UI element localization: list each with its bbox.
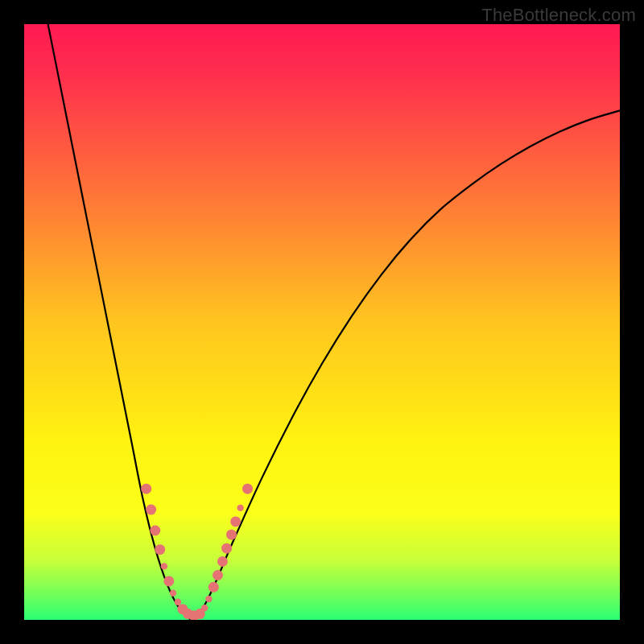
data-marker — [141, 484, 151, 494]
data-marker — [161, 563, 167, 569]
data-marker — [237, 505, 243, 511]
data-marker — [226, 530, 237, 540]
data-marker — [217, 556, 228, 567]
data-marker — [205, 596, 212, 602]
gradient-rect — [24, 24, 620, 620]
data-marker — [175, 599, 181, 605]
data-marker — [221, 543, 232, 554]
data-marker — [208, 582, 219, 592]
data-marker — [230, 516, 241, 526]
data-marker — [201, 605, 208, 611]
data-marker — [213, 570, 223, 580]
watermark-text: TheBottleneck.com — [481, 5, 636, 26]
data-marker — [155, 544, 165, 555]
data-marker — [170, 590, 176, 597]
chart-frame: TheBottleneck.com — [0, 0, 644, 644]
data-marker — [146, 505, 156, 515]
data-marker — [150, 526, 160, 536]
data-marker — [242, 484, 253, 494]
data-marker — [163, 576, 174, 586]
plot-svg — [24, 24, 620, 620]
